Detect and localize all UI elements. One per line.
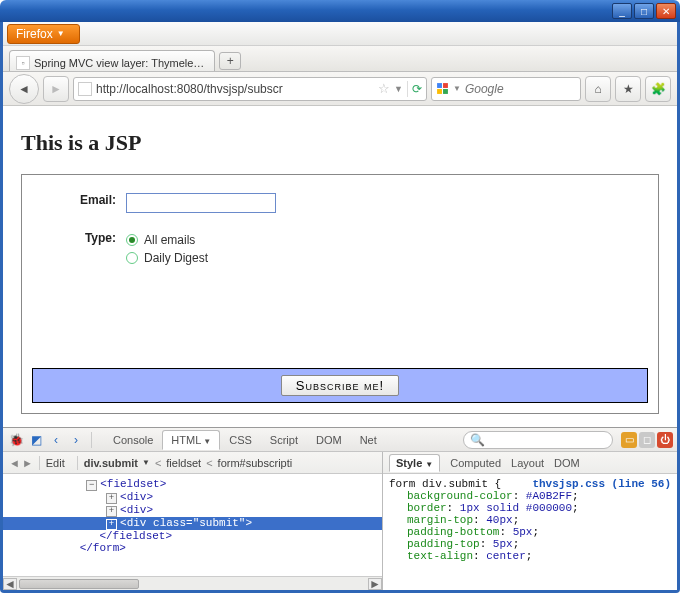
radio-daily-label: Daily Digest bbox=[144, 251, 208, 265]
horizontal-scrollbar[interactable]: ◄ ► bbox=[3, 576, 382, 590]
tab-console[interactable]: Console bbox=[104, 430, 162, 450]
home-button[interactable]: ⌂ bbox=[585, 76, 611, 102]
submit-bar: Subscribe me! bbox=[32, 368, 648, 403]
tab-computed[interactable]: Computed bbox=[450, 457, 501, 469]
devtools-minimize-button[interactable]: ▭ bbox=[621, 432, 637, 448]
type-row: Type: All emails Daily Digest bbox=[68, 231, 658, 265]
bookmarks-button[interactable]: ★ bbox=[615, 76, 641, 102]
forward-button[interactable]: ► bbox=[43, 76, 69, 102]
search-icon: 🔍 bbox=[470, 433, 485, 447]
email-row: Email: bbox=[68, 193, 658, 213]
css-rules[interactable]: thvsjsp.css (line 56)form div.submit { b… bbox=[383, 474, 677, 590]
tab-css[interactable]: CSS bbox=[220, 430, 261, 450]
addons-button[interactable]: 🧩 bbox=[645, 76, 671, 102]
window-titlebar: _ □ ✕ bbox=[0, 0, 680, 22]
tab-strip: ▫ Spring MVC view layer: Thymele… + bbox=[3, 46, 677, 72]
css-selector: form div.submit { bbox=[389, 478, 501, 490]
source-line[interactable]: </fieldset> bbox=[3, 530, 382, 542]
radio-all-emails[interactable]: All emails bbox=[126, 233, 208, 247]
source-line[interactable]: −<fieldset> bbox=[3, 478, 382, 491]
radio-icon bbox=[126, 234, 138, 246]
radio-icon bbox=[126, 252, 138, 264]
email-input[interactable] bbox=[126, 193, 276, 213]
css-source-link[interactable]: thvsjsp.css (line 56) bbox=[532, 478, 671, 490]
devtools-panel: 🐞 ◩ ‹ › Console HTML▼ CSS Script DOM Net… bbox=[3, 427, 677, 590]
page-favicon-icon: ▫ bbox=[16, 56, 30, 70]
subscription-fieldset: Email: Type: All emails Daily Digest bbox=[21, 174, 659, 414]
window-maximize-button[interactable]: □ bbox=[634, 3, 654, 19]
radio-daily-digest[interactable]: Daily Digest bbox=[126, 251, 208, 265]
next-icon[interactable]: › bbox=[67, 431, 85, 449]
search-engine-dropdown-icon[interactable]: ▼ bbox=[453, 84, 461, 93]
devtools-html-pane: ◄ ► Edit div.submit▼ < fieldset < form#s… bbox=[3, 452, 383, 590]
tab-layout[interactable]: Layout bbox=[511, 457, 544, 469]
edit-button[interactable]: Edit bbox=[46, 457, 65, 469]
source-line[interactable]: +<div> bbox=[3, 504, 382, 517]
inspect-icon[interactable]: ◩ bbox=[27, 431, 45, 449]
separator bbox=[39, 456, 40, 470]
back-button[interactable]: ◄ bbox=[9, 74, 39, 104]
tab-script[interactable]: Script bbox=[261, 430, 307, 450]
html-source-tree[interactable]: −<fieldset> +<div> +<div> +<div class="s… bbox=[3, 474, 382, 576]
subscribe-button[interactable]: Subscribe me! bbox=[281, 375, 399, 396]
style-tabs: Style ▼ Computed Layout DOM bbox=[383, 452, 677, 474]
tab-dom2[interactable]: DOM bbox=[554, 457, 580, 469]
svg-rect-1 bbox=[443, 83, 448, 88]
chevron-down-icon: ▼ bbox=[57, 29, 65, 38]
search-bar[interactable]: ▼ 🔍 bbox=[431, 77, 581, 101]
tab-html[interactable]: HTML▼ bbox=[162, 430, 220, 450]
crumb-selected[interactable]: div.submit bbox=[84, 457, 138, 469]
separator bbox=[91, 432, 92, 448]
crumb-item[interactable]: form#subscripti bbox=[218, 457, 293, 469]
firebug-icon[interactable]: 🐞 bbox=[7, 431, 25, 449]
tab-net[interactable]: Net bbox=[351, 430, 386, 450]
url-dropdown-icon[interactable]: ▼ bbox=[394, 84, 403, 94]
url-bar[interactable]: ☆ ▼ ⟳ bbox=[73, 77, 427, 101]
url-input[interactable] bbox=[96, 82, 374, 96]
type-label: Type: bbox=[68, 231, 126, 265]
reload-button[interactable]: ⟳ bbox=[412, 82, 422, 96]
browser-tab[interactable]: ▫ Spring MVC view layer: Thymele… bbox=[9, 50, 215, 71]
google-icon bbox=[436, 82, 449, 96]
nav-toolbar: ◄ ► ☆ ▼ ⟳ ▼ 🔍 ⌂ ★ 🧩 bbox=[3, 72, 677, 106]
prev-icon[interactable]: ‹ bbox=[47, 431, 65, 449]
devtools-style-pane: Style ▼ Computed Layout DOM thvsjsp.css … bbox=[383, 452, 677, 590]
radio-all-label: All emails bbox=[144, 233, 195, 247]
app-menu-row: Firefox ▼ bbox=[3, 22, 677, 46]
prev-node-icon[interactable]: ◄ bbox=[9, 457, 20, 469]
scroll-right-icon[interactable]: ► bbox=[368, 578, 382, 590]
tab-style[interactable]: Style ▼ bbox=[389, 454, 440, 472]
scroll-left-icon[interactable]: ◄ bbox=[3, 578, 17, 590]
chevron-down-icon: ▼ bbox=[142, 458, 150, 467]
separator bbox=[407, 81, 408, 97]
site-favicon-icon bbox=[78, 82, 92, 96]
new-tab-button[interactable]: + bbox=[219, 52, 241, 70]
source-line[interactable]: +<div> bbox=[3, 491, 382, 504]
devtools-search[interactable]: 🔍 bbox=[463, 431, 613, 449]
next-node-icon[interactable]: ► bbox=[22, 457, 33, 469]
separator bbox=[77, 456, 78, 470]
chevron-down-icon: ▼ bbox=[203, 437, 211, 446]
svg-rect-0 bbox=[437, 83, 442, 88]
devtools-detach-button[interactable]: ◻ bbox=[639, 432, 655, 448]
tab-title: Spring MVC view layer: Thymele… bbox=[34, 57, 204, 69]
chevron-down-icon: ▼ bbox=[425, 460, 433, 469]
firefox-menu-button[interactable]: Firefox ▼ bbox=[7, 24, 80, 44]
window-close-button[interactable]: ✕ bbox=[656, 3, 676, 19]
page-viewport: This is a JSP Email: Type: All emails Da… bbox=[3, 106, 677, 427]
source-line-selected[interactable]: +<div class="submit"> bbox=[3, 517, 382, 530]
source-line[interactable]: </form> bbox=[3, 542, 382, 554]
svg-rect-3 bbox=[443, 89, 448, 94]
tab-dom[interactable]: DOM bbox=[307, 430, 351, 450]
page-heading: This is a JSP bbox=[21, 130, 659, 156]
devtools-tabs: Console HTML▼ CSS Script DOM Net bbox=[104, 430, 386, 450]
window-minimize-button[interactable]: _ bbox=[612, 3, 632, 19]
firefox-menu-label: Firefox bbox=[16, 27, 53, 41]
crumb-item[interactable]: fieldset bbox=[166, 457, 201, 469]
bookmark-star-icon[interactable]: ☆ bbox=[378, 81, 390, 96]
devtools-close-button[interactable]: ⏻ bbox=[657, 432, 673, 448]
svg-rect-2 bbox=[437, 89, 442, 94]
devtools-toolbar: 🐞 ◩ ‹ › Console HTML▼ CSS Script DOM Net… bbox=[3, 428, 677, 452]
scrollbar-thumb[interactable] bbox=[19, 579, 139, 589]
email-label: Email: bbox=[68, 193, 126, 213]
